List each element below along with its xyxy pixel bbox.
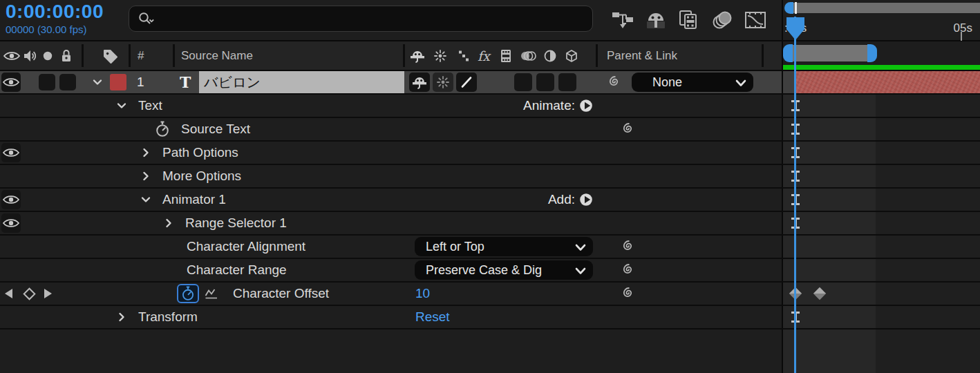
property-group-row-more-options[interactable]: More Options bbox=[0, 165, 980, 189]
add-menu-icon[interactable] bbox=[579, 193, 593, 207]
group-label[interactable]: Path Options bbox=[162, 145, 238, 160]
column-divider bbox=[762, 44, 764, 67]
layer-name[interactable]: バビロン bbox=[199, 71, 404, 93]
solo-column-icon bbox=[41, 50, 54, 62]
motion-blur-toggle-icon[interactable] bbox=[708, 6, 736, 34]
property-row-character-range[interactable]: Character Range Preserve Case & Dig bbox=[0, 259, 980, 283]
property-group-row-text[interactable]: Text Animate: bbox=[0, 95, 980, 118]
work-area-start-handle[interactable] bbox=[783, 44, 793, 62]
collapse-transformations-column-icon bbox=[433, 49, 447, 63]
group-visibility-toggle[interactable] bbox=[1, 190, 21, 209]
dropdown-value: Preserve Case & Dig bbox=[426, 263, 542, 278]
value-graph-icon[interactable] bbox=[205, 287, 218, 300]
group-visibility-toggle[interactable] bbox=[1, 213, 21, 233]
group-visibility-toggle[interactable] bbox=[1, 143, 21, 162]
group-label[interactable]: Range Selector 1 bbox=[185, 216, 287, 231]
layer-collapse-toggle[interactable] bbox=[433, 73, 453, 92]
column-divider bbox=[403, 44, 405, 67]
effects-column-fx-icon: fx bbox=[478, 48, 490, 64]
stopwatch-icon[interactable] bbox=[155, 121, 170, 137]
layer-motion-blur-toggle[interactable] bbox=[536, 73, 554, 91]
add-label[interactable]: Add: bbox=[387, 192, 575, 207]
layer-quality-toggle[interactable] bbox=[456, 73, 477, 92]
layer-duration-bar[interactable] bbox=[795, 71, 980, 93]
video-column-eye-icon bbox=[3, 50, 20, 61]
property-group-row-path-options[interactable]: Path Options bbox=[0, 142, 980, 165]
time-ruler[interactable]: :00s 05s bbox=[783, 15, 980, 40]
parent-dropdown-value: None bbox=[652, 75, 682, 90]
time-navigator[interactable] bbox=[784, 2, 980, 14]
playhead-line[interactable] bbox=[794, 17, 796, 373]
empty-track-area bbox=[0, 329, 980, 373]
layer-lock-toggle[interactable] bbox=[59, 74, 76, 90]
character-range-dropdown[interactable]: Preserve Case & Dig bbox=[415, 260, 593, 280]
parent-dropdown[interactable]: None bbox=[632, 73, 753, 92]
layer-label-color-swatch[interactable] bbox=[110, 74, 126, 90]
property-row-character-offset[interactable]: Character Offset 10 bbox=[0, 283, 980, 306]
animate-menu-icon[interactable] bbox=[579, 99, 593, 113]
group-label[interactable]: Text bbox=[138, 98, 162, 113]
layer-row[interactable]: 1 T バビロン None bbox=[0, 71, 980, 95]
search-box[interactable] bbox=[129, 6, 593, 32]
pickwhip-icon[interactable] bbox=[621, 238, 636, 254]
graph-editor-icon[interactable] bbox=[742, 6, 769, 34]
property-label[interactable]: Character Offset bbox=[233, 286, 329, 301]
search-input[interactable] bbox=[161, 12, 592, 26]
pickwhip-icon[interactable] bbox=[621, 285, 636, 300]
work-area-end-handle[interactable] bbox=[867, 44, 877, 62]
search-icon[interactable] bbox=[138, 11, 156, 26]
stopwatch-active-toggle[interactable] bbox=[177, 284, 199, 303]
lock-column-icon bbox=[60, 48, 73, 63]
eye-icon bbox=[3, 194, 19, 205]
layer-visibility-toggle[interactable] bbox=[1, 73, 21, 92]
ruler-tick-mark bbox=[961, 32, 962, 41]
group-expand-chevron-icon[interactable] bbox=[116, 100, 127, 111]
layer-3d-toggle[interactable] bbox=[558, 73, 576, 91]
pickwhip-icon[interactable] bbox=[621, 262, 636, 277]
previous-keyframe-arrow-icon[interactable] bbox=[5, 289, 12, 298]
navigator-start-handle[interactable] bbox=[784, 2, 793, 14]
current-timecode[interactable]: 0:00:00:00 bbox=[6, 1, 104, 23]
property-label[interactable]: Character Range bbox=[187, 262, 287, 278]
draft-3d-icon[interactable] bbox=[642, 6, 670, 34]
group-label[interactable]: Transform bbox=[138, 309, 198, 325]
group-expand-chevron-icon[interactable] bbox=[163, 218, 174, 229]
group-label[interactable]: Animator 1 bbox=[162, 192, 226, 207]
layer-frame-blend-toggle[interactable] bbox=[514, 73, 532, 91]
frame-blending-toggle-icon[interactable] bbox=[675, 6, 703, 34]
source-name-column-header[interactable]: Source Name bbox=[181, 49, 253, 63]
navigator-bar[interactable] bbox=[793, 3, 980, 13]
property-group-row-transform[interactable]: Transform Reset bbox=[0, 306, 980, 329]
layer-expand-chevron-icon[interactable] bbox=[92, 77, 103, 88]
ruler-tick-5s: 05s bbox=[954, 21, 972, 35]
work-area-fill[interactable] bbox=[793, 45, 867, 61]
layer-solo-toggle[interactable] bbox=[39, 74, 55, 90]
character-alignment-dropdown[interactable]: Left or Top bbox=[415, 237, 593, 256]
3d-layer-column-icon bbox=[565, 49, 578, 63]
property-row-source-text[interactable]: Source Text bbox=[0, 118, 980, 142]
character-offset-value[interactable]: 10 bbox=[415, 286, 430, 301]
next-keyframe-arrow-icon[interactable] bbox=[44, 289, 52, 298]
add-keyframe-diamond-icon[interactable] bbox=[23, 287, 35, 300]
group-label[interactable]: More Options bbox=[162, 169, 241, 184]
group-expand-chevron-icon[interactable] bbox=[116, 312, 127, 323]
group-expand-chevron-icon[interactable] bbox=[140, 171, 151, 182]
animate-label[interactable]: Animate: bbox=[387, 98, 575, 113]
pickwhip-icon[interactable] bbox=[621, 121, 636, 136]
transform-reset-link[interactable]: Reset bbox=[415, 309, 450, 325]
after-effects-timeline-panel: 0:00:00:00 00000 (30.00 fps) :00s 05s bbox=[0, 0, 980, 373]
property-row-character-alignment[interactable]: Character Alignment Left or Top bbox=[0, 236, 980, 259]
group-expand-chevron-icon[interactable] bbox=[140, 194, 151, 205]
property-label[interactable]: Source Text bbox=[181, 122, 250, 137]
column-divider bbox=[173, 44, 175, 67]
parent-pickwhip-icon[interactable] bbox=[607, 74, 622, 89]
property-label[interactable]: Character Alignment bbox=[187, 239, 305, 254]
group-expand-chevron-icon[interactable] bbox=[140, 147, 151, 158]
composition-mini-flowchart-icon[interactable] bbox=[609, 6, 637, 34]
work-area-bar[interactable] bbox=[783, 44, 877, 62]
property-group-row-animator-1[interactable]: Animator 1 Add: bbox=[0, 189, 980, 212]
property-group-row-range-selector-1[interactable]: Range Selector 1 bbox=[0, 212, 980, 236]
label-column-tag-icon bbox=[102, 48, 117, 64]
keyframe-diamond[interactable] bbox=[813, 287, 826, 300]
layer-shy-toggle[interactable] bbox=[409, 73, 430, 92]
